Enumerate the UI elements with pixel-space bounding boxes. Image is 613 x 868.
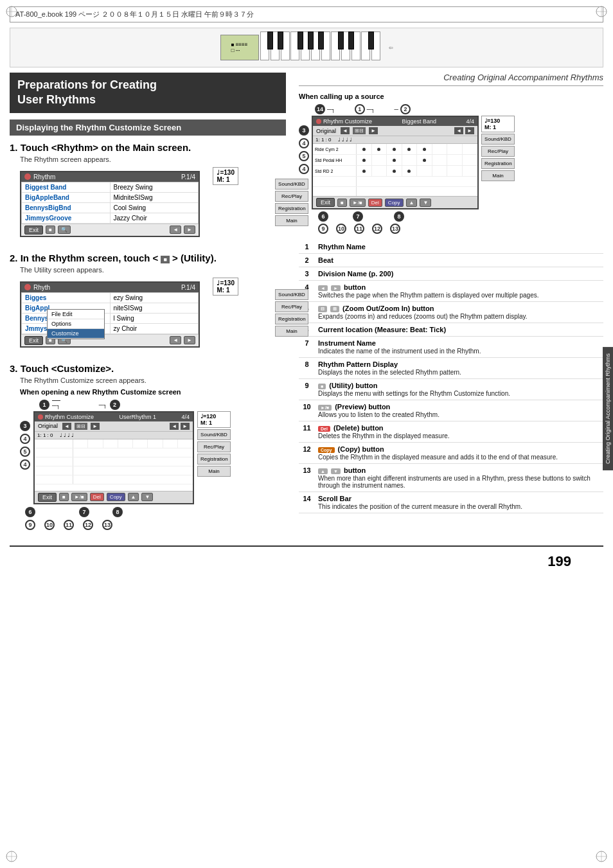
page-number-area: 199	[10, 545, 603, 580]
utility-main[interactable]: Main	[275, 326, 308, 337]
keyboard-image-area: ■ ≡≡≡≡□ ···	[10, 28, 603, 67]
new-cust-tempo: ♩=120 M: 1	[197, 411, 231, 428]
nc-sound-kbd[interactable]: Sound/KBD	[197, 429, 231, 440]
vertical-tab: Creating Original Accompaniment Rhythms	[603, 347, 613, 470]
src-callout-10: 10	[336, 224, 346, 234]
zoom-out-btn[interactable]: ◄	[62, 423, 71, 430]
step-1-sub: The Rhythm screen appears.	[20, 155, 286, 163]
src-down-btn[interactable]: ▼	[420, 199, 431, 207]
utility-rec-play[interactable]: Rec/Play	[275, 301, 308, 312]
src-callout-5: 5	[299, 151, 309, 161]
source-mid-callouts: 6 7 8	[299, 211, 603, 222]
source-screen-row: 3 4 5 4 Rhythm Customize Biggest Band 4/…	[299, 116, 603, 209]
next-btn[interactable]: ►	[184, 226, 195, 234]
src-preview-btn[interactable]: ►/■	[350, 199, 366, 207]
page-number: 199	[547, 553, 571, 570]
utility-icon: ■	[318, 384, 326, 389]
menu-customize[interactable]: Customize	[48, 329, 104, 339]
cust-down-btn[interactable]: ▼	[141, 493, 153, 501]
cust-exit-btn[interactable]: Exit	[38, 493, 57, 502]
ref-row-6: 6 Current location (Measure: Beat: Tick)	[299, 323, 603, 337]
when-opening-label: When opening a new Rhythm Customize scre…	[20, 388, 286, 396]
src-callout-11: 11	[354, 224, 364, 234]
cust-up-btn[interactable]: ▲	[128, 493, 139, 501]
utility-registration[interactable]: Registration	[275, 314, 308, 324]
left-column: Preparations for Creating User Rhythms D…	[10, 73, 286, 539]
zoom-in-btn[interactable]: ►	[91, 423, 100, 430]
ref-row-10: 10 ►/■ (Preview) button Allows you to li…	[299, 400, 603, 421]
src-exit-btn[interactable]: Exit	[316, 198, 335, 207]
utility-next-btn[interactable]: ►	[184, 336, 195, 344]
ref-row-14: 14 Scroll Bar This indicates the positio…	[299, 492, 603, 513]
rhythm-screen-area: Rhythm P.1/4 Biggest Band Breezy Swing B…	[10, 167, 286, 244]
nc-rec-play[interactable]: Rec/Play	[197, 441, 231, 452]
src-del-btn[interactable]: Del	[368, 199, 382, 207]
src-main[interactable]: Main	[481, 170, 515, 181]
src-callout-7: 7	[353, 211, 363, 222]
source-grid: Ride Cym 2	[313, 144, 477, 196]
src-row-2: Std RD 2	[313, 166, 477, 177]
src-callout-4a: 4	[299, 138, 309, 148]
new-cust-screen-row: 3 4 5 4 Rhythm Customize UserRhythm 1	[20, 411, 286, 504]
page-next-btn[interactable]: ►	[181, 423, 190, 430]
when-calling-label: When calling up a source	[299, 93, 603, 100]
src-utility-btn[interactable]: ■	[337, 199, 347, 207]
ref-row-12: 12 Copy (Copy) button Copies the Rhythm …	[299, 443, 603, 464]
grid-row-0	[35, 439, 193, 448]
menu-file-edit[interactable]: File Edit	[48, 310, 104, 319]
src-tempo-box: ♩=130 M: 1	[481, 116, 515, 132]
del-icon: Del	[318, 426, 330, 432]
screen-header: Rhythm P.1/4	[21, 172, 199, 182]
search-btn[interactable]: 🔍	[58, 226, 71, 234]
src-sound-kbd[interactable]: Sound/KBD	[481, 134, 515, 145]
src-callout-1: 1	[355, 104, 365, 114]
step-3-desc: Touch <Customize>.	[21, 363, 114, 374]
nav-left-icon: ◄	[318, 285, 328, 291]
utility-btn[interactable]: ■	[46, 226, 55, 234]
cust-toolbar: Original ◄ ⊞⊟ ► ◄ ►	[35, 421, 193, 432]
cust-del-btn[interactable]: Del	[90, 493, 104, 501]
up-icon: ▲	[318, 468, 328, 474]
utility-sound-kbd[interactable]: Sound/KBD	[275, 289, 308, 300]
ref-row-1: 1 Rhythm Name	[299, 240, 603, 254]
cust-footer: Exit ■ ►/■ Del Copy ▲ ▼	[35, 491, 193, 503]
src-rec-play[interactable]: Rec/Play	[481, 146, 515, 157]
rhythm-screen: Rhythm P.1/4 Biggest Band Breezy Swing B…	[20, 171, 200, 237]
src-nav-right[interactable]: ►	[369, 127, 378, 134]
step-3-number: 3. Touch <Customize>.	[10, 363, 286, 374]
source-location-bar: 1: 1 : 0 ♩ ♩ ♩ ♩	[313, 136, 477, 144]
src-callout-4b: 4	[299, 164, 309, 174]
src-nav-left[interactable]: ◄	[341, 127, 350, 134]
nc-main[interactable]: Main	[197, 466, 231, 477]
ref-row-4: 4 ◄ ► button Switches the page when the …	[299, 281, 603, 302]
screen-row-2: BennysBigBnd Cool Swing	[22, 203, 198, 213]
src-callout-3: 3	[299, 125, 309, 136]
cust-preview-btn[interactable]: ►/■	[71, 493, 87, 501]
page-prev-btn[interactable]: ◄	[170, 423, 179, 430]
copy-icon: Copy	[318, 447, 335, 453]
nc-registration[interactable]: Registration	[197, 454, 231, 465]
src-pg-prev[interactable]: ◄	[454, 127, 463, 134]
callout-9: 9	[25, 520, 35, 530]
ref-row-3: 3 Division Name (p. 200)	[299, 267, 603, 281]
src-registration[interactable]: Registration	[481, 158, 515, 169]
source-top-callouts: 14 ─┐ 1 ─┐ ─ 2	[299, 104, 603, 114]
grid-row-1	[35, 448, 193, 457]
cust-utility-btn[interactable]: ■	[59, 493, 69, 501]
utility-row-0: Bigges ezy Swing	[22, 293, 198, 303]
tempo-box: ♩=130 M: 1	[213, 167, 238, 185]
utility-prev-btn[interactable]: ◄	[170, 336, 181, 344]
utility-exit-btn[interactable]: Exit	[24, 336, 43, 345]
src-copy-btn[interactable]: Copy	[385, 199, 404, 207]
source-right: ♩=130 M: 1 Sound/KBD Rec/Play Registrati…	[481, 116, 515, 209]
menu-options[interactable]: Options	[48, 319, 104, 329]
exit-btn[interactable]: Exit	[24, 226, 43, 235]
callout-4b: 4	[20, 459, 30, 470]
src-pg-next[interactable]: ►	[465, 127, 474, 134]
callout-12: 12	[83, 520, 93, 530]
src-up-btn[interactable]: ▲	[406, 199, 418, 207]
source-screen-area: 14 ─┐ 1 ─┐ ─ 2 3 4 5 4	[299, 104, 603, 234]
cust-copy-btn[interactable]: Copy	[107, 493, 125, 501]
callout-13: 13	[102, 520, 112, 530]
prev-btn[interactable]: ◄	[170, 226, 181, 234]
